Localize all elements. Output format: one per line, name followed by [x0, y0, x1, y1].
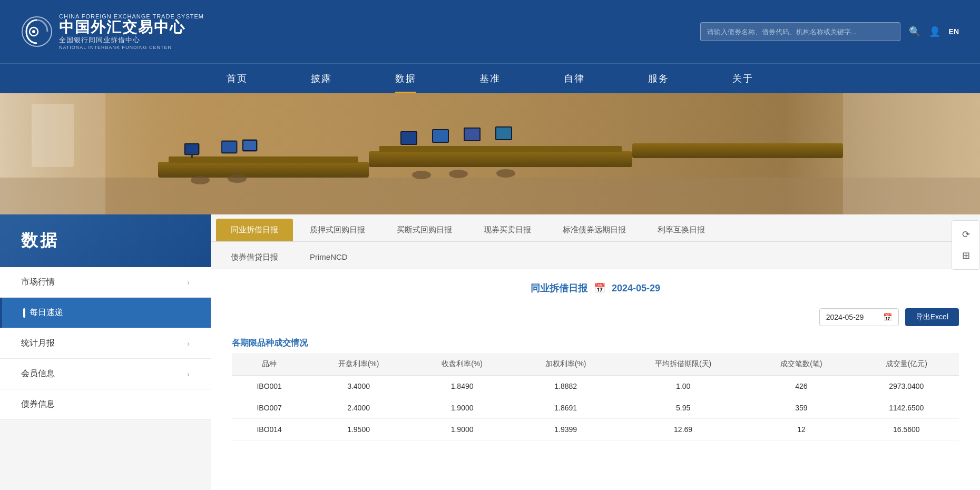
table-row: IBO0013.40001.84901.88821.004262973.0400 [232, 376, 959, 397]
org-en-title: NATIONAL INTERBANK FUNDING CENTER [59, 45, 204, 50]
svg-point-2 [32, 30, 35, 33]
cell-0-0: IBO001 [232, 376, 307, 397]
sidebar-label-market: 市场行情 [21, 277, 55, 288]
svg-rect-12 [191, 155, 193, 158]
nav-item-home[interactable]: 首页 [195, 64, 279, 93]
nav-item-about[interactable]: 关于 [701, 64, 785, 93]
col-header-avg-days: 平均拆借期限(天) [618, 353, 749, 376]
date-input[interactable] [826, 313, 879, 321]
cell-2-4: 12.69 [618, 419, 749, 440]
svg-rect-19 [401, 132, 416, 144]
data-table: 品种 开盘利率(%) 收盘利率(%) 加权利率(%) 平均拆借期限(天) 成交笔… [232, 353, 959, 440]
search-icon[interactable]: 🔍 [909, 26, 920, 37]
cell-1-2: 1.9000 [410, 397, 514, 419]
table-row: IBO0141.95001.90001.939912.691216.5600 [232, 419, 959, 440]
report-title: 同业拆借日报 [531, 282, 587, 295]
tab-outright-repo-daily[interactable]: 买断式回购日报 [382, 219, 467, 241]
tab-irs-daily[interactable]: 利率互换日报 [643, 219, 720, 241]
logo-area: CHINA FOREIGN EXCHANGE TRADE SYSTEM 中国外汇… [21, 13, 204, 51]
tab-bond-trade-daily[interactable]: 现券买卖日报 [469, 219, 546, 241]
col-header-close: 收盘利率(%) [410, 353, 514, 376]
tabs-row1: 同业拆借日报 质押式回购日报 买断式回购日报 现券买卖日报 标准债券远期日报 利… [211, 214, 980, 242]
export-excel-button[interactable]: 导出Excel [905, 308, 959, 326]
user-icon[interactable]: 👤 [929, 26, 940, 37]
table-row: IBO0072.40001.90001.86915.953591142.6500 [232, 397, 959, 419]
table-section: 各期限品种成交情况 品种 开盘利率(%) 收盘利率(%) 加权利率(%) 平均拆… [211, 331, 980, 440]
sidebar-label-member: 会员信息 [21, 368, 55, 379]
svg-point-26 [191, 176, 210, 184]
toolbar: 📅 导出Excel [211, 303, 980, 331]
date-input-wrapper[interactable]: 📅 [819, 308, 899, 326]
section-title: 各期限品种成交情况 [232, 331, 959, 353]
tab-std-bond-forward-daily[interactable]: 标准债券远期日报 [548, 219, 641, 241]
header-right: 🔍 👤 EN [700, 18, 959, 45]
cell-2-2: 1.9000 [410, 419, 514, 440]
sidebar-item-daily[interactable]: 每日速递 [0, 298, 211, 328]
tab-bond-lending-daily[interactable]: 债券借贷日报 [216, 246, 293, 269]
search-box[interactable] [700, 22, 900, 41]
cell-1-0: IBO007 [232, 397, 307, 419]
search-input[interactable] [707, 28, 894, 36]
cell-2-3: 1.9399 [514, 419, 618, 440]
report-date: 2024-05-29 [612, 283, 660, 294]
page-header: 同业拆借日报 📅 2024-05-29 [211, 269, 980, 303]
org-line1: CHINA FOREIGN EXCHANGE TRADE SYSTEM [59, 13, 204, 19]
sidebar-label-bond: 债券信息 [21, 399, 55, 410]
svg-point-27 [228, 174, 247, 183]
nav-item-service[interactable]: 服务 [616, 64, 701, 93]
svg-point-29 [449, 170, 468, 178]
svg-rect-32 [32, 104, 74, 167]
svg-rect-17 [243, 141, 256, 150]
svg-rect-25 [496, 128, 511, 139]
cell-0-6: 2973.0400 [854, 376, 959, 397]
cell-1-6: 1142.6500 [854, 397, 959, 419]
logo-text: CHINA FOREIGN EXCHANGE TRADE SYSTEM 中国外汇… [59, 13, 204, 51]
col-header-variety: 品种 [232, 353, 307, 376]
tab-pledge-repo-daily[interactable]: 质押式回购日报 [295, 219, 380, 241]
org-sub-title: 全国银行间同业拆借中心 [59, 35, 204, 45]
right-panel-grid-icon[interactable]: ⊞ [956, 246, 975, 265]
cell-1-4: 5.95 [618, 397, 749, 419]
tabs-row2: 债券借贷日报 PrimeNCD [211, 242, 980, 269]
sidebar-label-daily: 每日速递 [30, 307, 63, 318]
cell-2-1: 1.9500 [307, 419, 410, 440]
header: CHINA FOREIGN EXCHANGE TRADE SYSTEM 中国外汇… [0, 0, 980, 63]
sidebar-item-monthly[interactable]: 统计月报 › [0, 328, 211, 359]
sidebar: 数据 市场行情 › 每日速递 统计月报 › 会员信息 › 债券信息 [0, 214, 211, 490]
sidebar-arrow-member: › [187, 370, 190, 378]
svg-rect-9 [379, 146, 622, 152]
nav-item-disclosure[interactable]: 披露 [279, 64, 364, 93]
tab-interbank-daily[interactable]: 同业拆借日报 [216, 219, 293, 241]
content-area: 数据 市场行情 › 每日速递 统计月报 › 会员信息 › 债券信息 同业拆借日报… [0, 214, 980, 490]
right-panel: ⟳ ⊞ [952, 220, 980, 270]
cell-0-1: 3.4000 [307, 376, 410, 397]
nav-item-data[interactable]: 数据 [364, 64, 448, 93]
en-button[interactable]: EN [949, 27, 959, 36]
col-header-volume: 成交量(亿元) [854, 353, 959, 376]
tab-prime-ncd[interactable]: PrimeNCD [295, 246, 362, 269]
svg-rect-5 [0, 178, 980, 214]
cell-2-5: 12 [749, 419, 854, 440]
sidebar-item-member[interactable]: 会员信息 › [0, 359, 211, 389]
col-header-open: 开盘利率(%) [307, 353, 410, 376]
sidebar-label-monthly: 统计月报 [21, 338, 55, 349]
cell-1-3: 1.8691 [514, 397, 618, 419]
nav-item-benchmark[interactable]: 基准 [448, 64, 532, 93]
right-panel-refresh-icon[interactable]: ⟳ [956, 225, 975, 244]
cell-0-2: 1.8490 [410, 376, 514, 397]
svg-rect-15 [185, 144, 198, 154]
logo-icon [21, 16, 53, 47]
sidebar-item-bond[interactable]: 债券信息 [0, 389, 211, 420]
navigation-bar: 首页 披露 数据 基准 自律 服务 关于 [0, 63, 980, 93]
sidebar-item-market[interactable]: 市场行情 › [0, 267, 211, 298]
cell-0-4: 1.00 [618, 376, 749, 397]
hero-banner [0, 93, 980, 214]
cell-1-1: 2.4000 [307, 397, 410, 419]
hero-trading-room [0, 93, 980, 214]
date-picker-icon[interactable]: 📅 [883, 313, 892, 321]
sidebar-arrow-monthly: › [187, 339, 190, 348]
sidebar-active-indicator [23, 308, 25, 318]
nav-item-self-discipline[interactable]: 自律 [532, 64, 616, 93]
col-header-count: 成交笔数(笔) [749, 353, 854, 376]
svg-rect-23 [465, 129, 479, 140]
